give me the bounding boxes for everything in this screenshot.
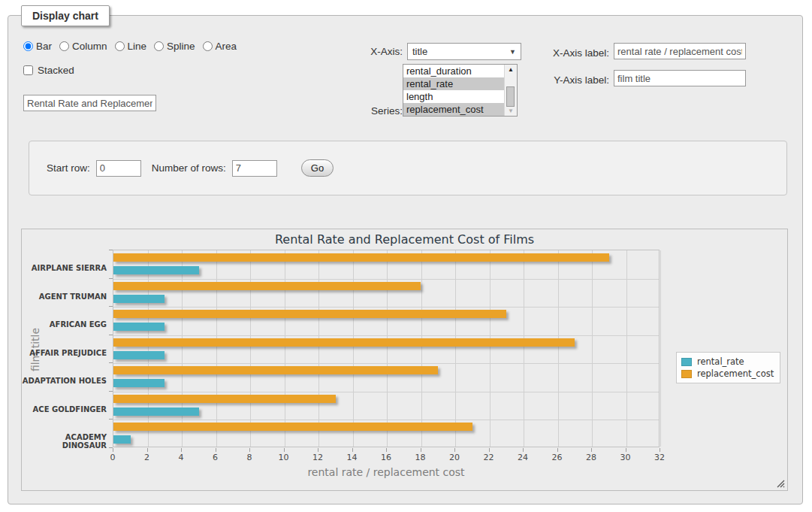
scroll-down-icon[interactable]: ▼: [505, 108, 517, 114]
chart-type-option-spline[interactable]: Spline: [154, 41, 195, 52]
chart-type-option-line[interactable]: Line: [115, 41, 147, 52]
num-rows-label: Number of rows:: [152, 162, 226, 174]
x-tick-label: 22: [474, 453, 504, 462]
x-axis-select[interactable]: title ▼: [407, 43, 521, 60]
x-tick-mark: [147, 448, 148, 452]
bar-rental_rate: [113, 407, 199, 416]
series-option[interactable]: replacement_cost: [403, 103, 504, 116]
gridline-vertical: [524, 250, 524, 447]
chart-type-radio-spline[interactable]: [154, 41, 164, 51]
x-tick-label: 6: [201, 453, 231, 462]
gridline-vertical: [353, 250, 354, 447]
y-tick-mark: [109, 391, 113, 392]
x-tick-mark: [421, 448, 421, 452]
chart-legend: rental_ratereplacement_cost: [676, 352, 780, 383]
x-axis-select-label: X-Axis:: [350, 46, 403, 57]
bar-rental_rate: [113, 323, 165, 331]
chart-type-text: Spline: [167, 41, 195, 52]
bar-rental_rate: [113, 266, 199, 274]
x-tick-label: 24: [508, 453, 538, 462]
gridline-vertical: [318, 250, 319, 447]
scroll-up-icon[interactable]: ▲: [505, 66, 517, 73]
gridline-horizontal: [113, 392, 659, 392]
gridline-vertical: [285, 250, 285, 447]
x-tick-mark: [557, 448, 558, 452]
chart-area: Rental Rate and Replacement Cost of Film…: [21, 229, 788, 491]
display-chart-panel: Display chart BarColumnLineSplineArea St…: [8, 15, 803, 504]
chart-type-radio-area[interactable]: [203, 41, 213, 51]
x-tick-mark: [284, 448, 285, 452]
gridline-vertical: [148, 250, 149, 447]
stacked-checkbox[interactable]: [23, 65, 33, 75]
num-rows-input[interactable]: [232, 160, 277, 177]
bar-replacement_cost: [113, 282, 421, 290]
bar-replacement_cost: [113, 395, 336, 403]
category-label: ADAPTATION HOLES: [22, 377, 107, 385]
gridline-vertical: [558, 250, 559, 447]
resize-grip-icon[interactable]: [776, 479, 785, 488]
x-tick-label: 2: [132, 453, 162, 462]
x-tick-label: 20: [439, 453, 469, 462]
gridline-vertical: [660, 250, 661, 447]
category-label: AIRPLANE SIERRA: [22, 264, 107, 272]
x-tick-label: 26: [542, 453, 572, 462]
legend-entry: rental_rate: [681, 356, 774, 368]
x-tick-mark: [386, 448, 387, 452]
chart-type-option-bar[interactable]: Bar: [23, 41, 52, 52]
chart-title-input[interactable]: [23, 95, 156, 111]
series-options: rental_durationrental_ratelengthreplacem…: [403, 65, 504, 116]
x-tick-label: 28: [576, 453, 606, 462]
y-axis-label-input[interactable]: [614, 70, 746, 86]
go-button[interactable]: Go: [301, 159, 334, 177]
start-row-input[interactable]: [96, 160, 141, 177]
y-tick-mark: [109, 362, 113, 363]
x-tick-mark: [216, 448, 216, 452]
x-tick-mark: [591, 448, 592, 452]
series-option[interactable]: length: [403, 90, 504, 103]
scrollbar-thumb[interactable]: [506, 86, 515, 107]
series-option[interactable]: rental_duration: [403, 65, 504, 77]
series-label: Series:: [350, 105, 403, 117]
y-tick-mark: [109, 447, 113, 448]
x-tick-mark: [626, 448, 626, 452]
start-row-label: Start row:: [47, 162, 90, 174]
chart-type-radio-bar[interactable]: [23, 41, 33, 51]
y-tick-mark: [109, 306, 113, 307]
legend-label: rental_rate: [697, 356, 744, 367]
bar-replacement_cost: [113, 253, 609, 262]
x-tick-label: 0: [98, 453, 128, 462]
chart-type-option-area[interactable]: Area: [203, 41, 237, 52]
gridline-horizontal: [113, 335, 659, 336]
series-option[interactable]: rental_rate: [403, 77, 504, 90]
chart-type-radio-line[interactable]: [115, 41, 125, 51]
x-axis-label-input[interactable]: [614, 43, 746, 59]
chart-type-text: Column: [72, 41, 107, 52]
x-axis-select-value: title: [412, 46, 427, 57]
listbox-scrollbar[interactable]: ▲ ▼: [504, 65, 517, 116]
x-tick-label: 14: [337, 453, 367, 462]
gridline-vertical: [626, 250, 627, 447]
bar-rental_rate: [113, 435, 131, 444]
x-tick-mark: [660, 448, 660, 452]
bar-replacement_cost: [113, 338, 575, 347]
category-label: ACE GOLDFINGER: [22, 405, 107, 414]
chart-type-text: Area: [216, 41, 237, 52]
gridline-vertical: [387, 250, 388, 447]
chart-type-option-column[interactable]: Column: [59, 41, 107, 52]
x-tick-mark: [523, 448, 524, 452]
y-tick-mark: [109, 250, 113, 250]
x-tick-mark: [113, 448, 113, 452]
stacked-row: Stacked: [23, 65, 74, 76]
x-tick-mark: [249, 448, 250, 452]
gridline-vertical: [421, 250, 422, 447]
bar-replacement_cost: [113, 366, 438, 374]
y-axis-label-label: Y-Axis label:: [540, 74, 609, 86]
x-axis-title: rental rate / replacement cost: [113, 466, 660, 478]
gridline-vertical: [490, 250, 491, 447]
x-tick-label: 10: [269, 453, 299, 462]
chart-type-radio-column[interactable]: [59, 41, 69, 51]
series-listbox[interactable]: rental_durationrental_ratelengthreplacem…: [403, 64, 518, 117]
gridline-vertical: [592, 250, 593, 447]
x-tick-mark: [454, 448, 455, 452]
bar-rental_rate: [113, 379, 165, 387]
